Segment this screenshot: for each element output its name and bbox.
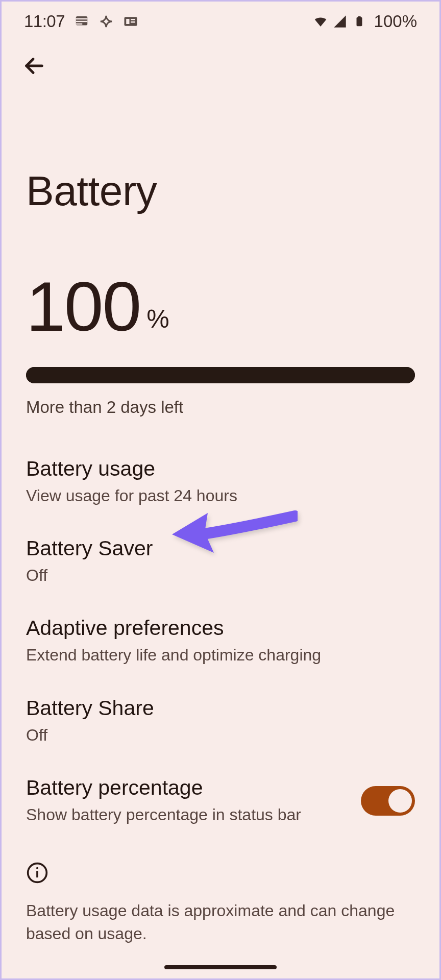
- battery-level-bar: [26, 367, 415, 383]
- setting-title: Battery Saver: [26, 536, 415, 560]
- adaptive-preferences-item[interactable]: Adaptive preferences Extend battery life…: [2, 602, 439, 681]
- svg-rect-5: [356, 17, 362, 26]
- battery-percentage-item[interactable]: Battery percentage Show battery percenta…: [2, 762, 439, 841]
- switch-knob: [388, 789, 412, 813]
- info-icon: [26, 862, 48, 884]
- battery-level-value: 100: [26, 271, 140, 341]
- setting-title: Battery usage: [26, 457, 415, 481]
- battery-saver-item[interactable]: Battery Saver Off: [2, 522, 439, 602]
- battery-level-fill: [26, 367, 415, 383]
- page-title: Battery: [2, 80, 439, 225]
- info-footer: Battery usage data is approximate and ca…: [2, 841, 439, 945]
- battery-percentage-switch[interactable]: [361, 786, 415, 816]
- arrow-left-icon: [22, 54, 46, 78]
- setting-title: Adaptive preferences: [26, 616, 415, 640]
- status-battery-label: 100%: [374, 12, 417, 31]
- back-button[interactable]: [20, 52, 48, 80]
- wifi-icon: [313, 14, 328, 29]
- setting-subtitle: Extend battery life and optimize chargin…: [26, 644, 415, 666]
- battery-usage-item[interactable]: Battery usage View usage for past 24 hou…: [2, 443, 439, 522]
- settings-list: Battery usage View usage for past 24 hou…: [2, 417, 439, 841]
- setting-subtitle: Off: [26, 724, 415, 746]
- battery-icon: [352, 14, 367, 29]
- cell-signal-icon: [332, 14, 348, 29]
- info-text: Battery usage data is approximate and ca…: [26, 899, 415, 945]
- battery-share-item[interactable]: Battery Share Off: [2, 682, 439, 762]
- setting-subtitle: View usage for past 24 hours: [26, 485, 415, 507]
- battery-percent-symbol: %: [146, 304, 169, 334]
- news-icon: [123, 14, 138, 29]
- photos-icon: [99, 14, 114, 29]
- messages-icon: [74, 14, 89, 29]
- battery-estimate: More than 2 days left: [26, 398, 415, 417]
- setting-title: Battery percentage: [26, 776, 349, 800]
- setting-subtitle: Off: [26, 565, 415, 586]
- setting-subtitle: Show battery percentage in status bar: [26, 804, 349, 826]
- battery-summary: 100% More than 2 days left: [2, 225, 439, 417]
- status-bar: 11:07 100%: [2, 2, 439, 41]
- svg-point-9: [36, 867, 38, 869]
- svg-rect-2: [126, 19, 129, 24]
- setting-title: Battery Share: [26, 696, 415, 720]
- svg-rect-3: [131, 19, 135, 20]
- svg-rect-6: [358, 16, 361, 18]
- svg-rect-4: [131, 21, 135, 23]
- status-time: 11:07: [24, 12, 65, 31]
- gesture-nav-bar[interactable]: [164, 965, 277, 969]
